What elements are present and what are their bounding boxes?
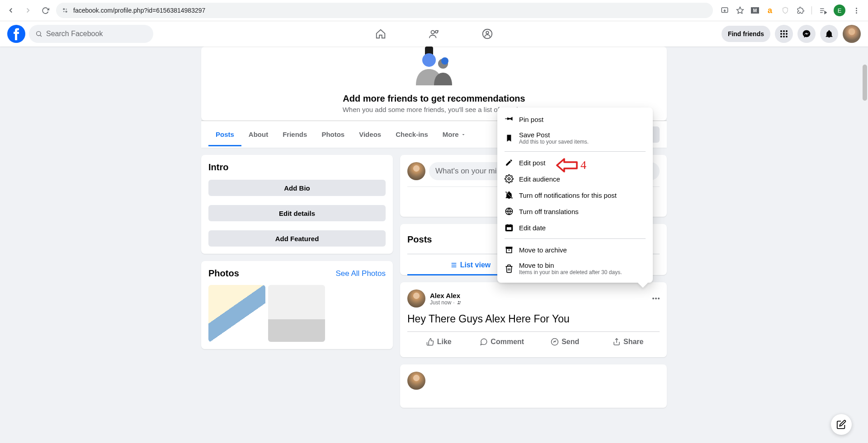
extension-icons: M a E (717, 5, 863, 16)
chrome-profile[interactable]: E (834, 5, 845, 16)
amazon-ext-icon[interactable]: a (765, 6, 774, 15)
gmail-ext-icon[interactable]: M (751, 7, 759, 14)
playlist-icon[interactable] (818, 6, 827, 15)
site-settings-icon[interactable] (61, 7, 69, 14)
svg-marker-6 (737, 7, 744, 14)
extensions-icon[interactable] (796, 6, 805, 15)
shield-ext-icon[interactable] (781, 6, 790, 15)
svg-point-1 (66, 11, 67, 12)
svg-marker-10 (825, 11, 826, 14)
reload-button[interactable] (39, 4, 52, 17)
address-bar[interactable]: facebook.com/profile.php?id=615638149832… (56, 3, 713, 18)
url-text: facebook.com/profile.php?id=615638149832… (73, 7, 205, 14)
chrome-menu[interactable] (852, 6, 861, 15)
back-button[interactable] (5, 4, 17, 17)
install-pwa-icon[interactable] (720, 6, 729, 15)
svg-point-0 (63, 9, 65, 10)
browser-toolbar: facebook.com/profile.php?id=615638149832… (0, 0, 868, 21)
bookmark-star-icon[interactable] (736, 6, 745, 15)
forward-button[interactable] (22, 4, 34, 17)
